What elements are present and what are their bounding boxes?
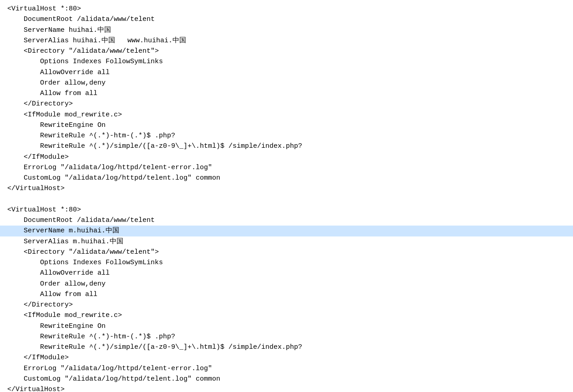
code-line: ServerAlias m.huihai.中国 <box>0 236 573 247</box>
code-line: Order allow,deny <box>0 279 573 289</box>
code-line: ServerAlias huihai.中国 www.huihai.中国 <box>0 35 573 46</box>
code-container: <VirtualHost *:80> DocumentRoot /alidata… <box>0 0 573 392</box>
code-line: <VirtualHost *:80> <box>0 205 573 215</box>
code-line: Allow from all <box>0 289 573 300</box>
code-line: </VirtualHost> <box>0 384 573 392</box>
code-line: <Directory "/alidata/www/telent"> <box>0 247 573 257</box>
code-line: RewriteEngine On <box>0 120 573 131</box>
code-line: DocumentRoot /alidata/www/telent <box>0 14 573 25</box>
code-line: ErrorLog "/alidata/log/httpd/telent-erro… <box>0 162 573 173</box>
code-line: Order allow,deny <box>0 78 573 88</box>
code-line: AllowOverride all <box>0 67 573 78</box>
code-line: <IfModule mod_rewrite.c> <box>0 310 573 321</box>
code-line <box>0 194 573 205</box>
code-line: ServerName m.huihai.中国 <box>0 226 573 236</box>
code-line: AllowOverride all <box>0 268 573 278</box>
code-line: DocumentRoot /alidata/www/telent <box>0 215 573 226</box>
code-line: <VirtualHost *:80> <box>0 4 573 14</box>
code-line: <Directory "/alidata/www/telent"> <box>0 46 573 56</box>
code-line: </IfModule> <box>0 352 573 363</box>
code-line: RewriteRule ^(.*)/simple/([a-z0-9\_]+\.h… <box>0 141 573 151</box>
code-line: ServerName huihai.中国 <box>0 25 573 35</box>
code-line: </VirtualHost> <box>0 183 573 194</box>
code-line: <IfModule mod_rewrite.c> <box>0 110 573 120</box>
code-line: Options Indexes FollowSymLinks <box>0 56 573 67</box>
code-line: </Directory> <box>0 300 573 310</box>
code-line: Allow from all <box>0 88 573 99</box>
code-line: RewriteEngine On <box>0 321 573 332</box>
code-line: ErrorLog "/alidata/log/httpd/telent-erro… <box>0 363 573 374</box>
code-line: </IfModule> <box>0 152 573 162</box>
code-line: CustomLog "/alidata/log/httpd/telent.log… <box>0 173 573 183</box>
code-line: RewriteRule ^(.*)-htm-(.*)$ .php? <box>0 332 573 342</box>
code-line: CustomLog "/alidata/log/httpd/telent.log… <box>0 374 573 384</box>
code-line: </Directory> <box>0 99 573 109</box>
code-line: RewriteRule ^(.*)-htm-(.*)$ .php? <box>0 131 573 141</box>
code-line: RewriteRule ^(.*)/simple/([a-z0-9\_]+\.h… <box>0 342 573 352</box>
code-line: Options Indexes FollowSymLinks <box>0 257 573 268</box>
